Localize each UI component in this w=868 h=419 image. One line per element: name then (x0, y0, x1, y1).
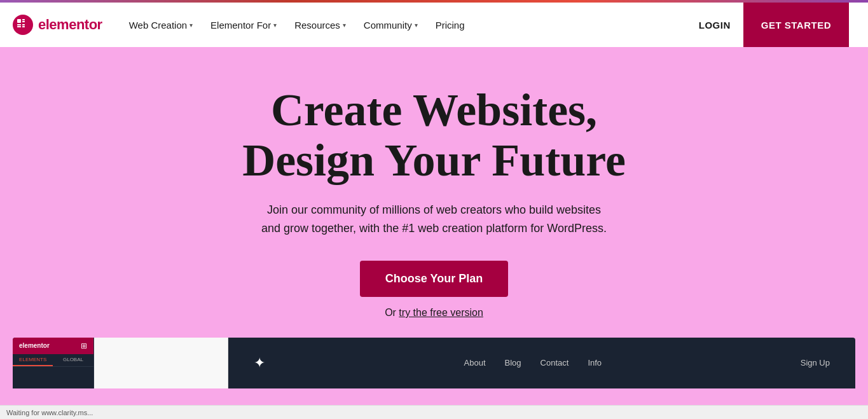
preview-sidebar-header: elementor ⊞ (13, 338, 93, 354)
preview-nav-links: About Blog Contact Info (464, 358, 602, 367)
free-version-text: Or try the free version (385, 307, 483, 319)
preview-container: elementor ⊞ ELEMENTS GLOBAL ✦ About Blog… (13, 338, 855, 388)
chevron-down-icon: ▾ (273, 22, 277, 29)
navbar: elementor Web Creation ▾ Elementor For ▾… (0, 3, 868, 47)
hero-subtitle-line1: Join our community of millions of web cr… (267, 203, 601, 216)
login-button[interactable]: LOGIN (699, 20, 731, 31)
hero-title-line1: Create Websites, (271, 85, 597, 135)
hero-title: Create Websites, Design Your Future (242, 85, 626, 186)
hero-subtitle-line2: and grow together, with the #1 web creat… (261, 222, 607, 235)
nav-menu: Web Creation ▾ Elementor For ▾ Resources… (121, 15, 472, 36)
nav-label-web-creation: Web Creation (129, 20, 187, 31)
svg-rect-3 (17, 24, 21, 25)
chevron-down-icon: ▾ (415, 22, 418, 29)
svg-rect-1 (22, 19, 25, 20)
logo-text: elementor (38, 17, 102, 33)
preview-sidebar-logo: elementor (19, 342, 50, 349)
preview-nav-signup: Sign Up (801, 358, 830, 367)
nav-item-web-creation[interactable]: Web Creation ▾ (121, 15, 200, 36)
free-version-prefix: Or (385, 307, 399, 318)
nav-item-pricing[interactable]: Pricing (428, 15, 472, 36)
hero-title-line2: Design Your Future (242, 135, 626, 186)
chevron-down-icon: ▾ (343, 22, 346, 29)
preview-nav-logo: ✦ (254, 355, 265, 371)
nav-label-community: Community (364, 20, 412, 31)
logo[interactable]: elementor (13, 15, 102, 35)
preview-canvas (94, 338, 228, 388)
nav-label-elementor-for: Elementor For (210, 20, 271, 31)
preview-tab-elements[interactable]: ELEMENTS (13, 354, 53, 366)
preview-sidebar-content (13, 367, 93, 388)
svg-rect-4 (22, 24, 25, 25)
nav-item-elementor-for[interactable]: Elementor For ▾ (203, 15, 284, 36)
choose-plan-button[interactable]: Choose Your Plan (360, 261, 508, 297)
free-version-link[interactable]: try the free version (399, 307, 483, 318)
preview-grid-icon: ⊞ (81, 341, 87, 350)
preview-sidebar-tabs: ELEMENTS GLOBAL (13, 354, 93, 367)
navbar-left: elementor Web Creation ▾ Elementor For ▾… (13, 15, 472, 36)
preview-nav-link-blog: Blog (505, 358, 521, 367)
preview-sidebar: elementor ⊞ ELEMENTS GLOBAL (13, 338, 94, 388)
preview-nav: ✦ About Blog Contact Info Sign Up (228, 338, 855, 388)
status-text: Waiting for www.clarity.ms... (6, 409, 93, 416)
hero-subtitle: Join our community of millions of web cr… (261, 201, 607, 238)
svg-rect-2 (22, 21, 25, 22)
preview-nav-link-contact: Contact (541, 358, 569, 367)
logo-icon (13, 15, 33, 35)
chevron-down-icon: ▾ (189, 22, 193, 29)
svg-rect-6 (22, 26, 25, 27)
nav-label-resources: Resources (294, 20, 340, 31)
nav-item-resources[interactable]: Resources ▾ (287, 15, 354, 36)
preview-nav-link-info: Info (588, 358, 602, 367)
svg-rect-5 (17, 26, 21, 27)
hero-section: Create Websites, Design Your Future Join… (0, 47, 868, 408)
navbar-right: LOGIN GET STARTED (699, 3, 849, 47)
nav-item-community[interactable]: Community ▾ (356, 15, 425, 36)
status-bar: Waiting for www.clarity.ms... (0, 405, 868, 419)
svg-rect-0 (17, 19, 21, 23)
nav-label-pricing: Pricing (436, 20, 465, 31)
preview-nav-link-about: About (464, 358, 486, 367)
preview-tab-global[interactable]: GLOBAL (53, 354, 93, 366)
get-started-button[interactable]: GET STARTED (743, 3, 849, 47)
